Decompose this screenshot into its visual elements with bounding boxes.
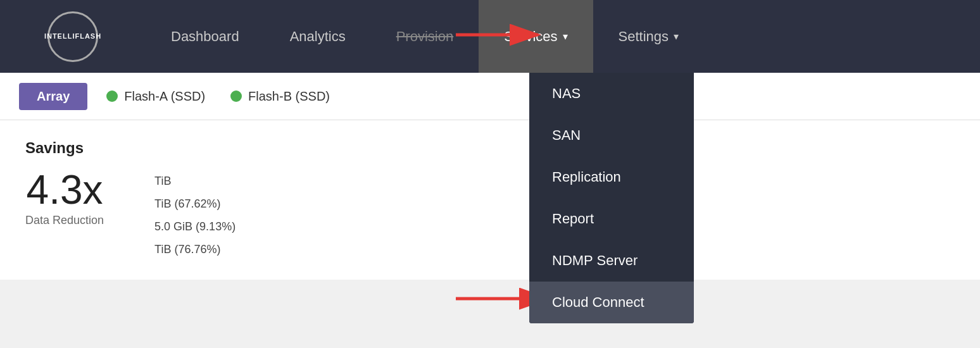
services-dropdown-arrow: ▾ — [563, 30, 568, 42]
nav-provision[interactable]: Provision — [371, 0, 479, 73]
nav-dashboard[interactable]: Dashboard — [146, 0, 265, 73]
stat-4: TiB (76.76%) — [154, 238, 236, 261]
tab-array[interactable]: Array — [19, 83, 87, 110]
main-content: Array Flash-A (SSD) Flash-B (SSD) Saving… — [0, 73, 980, 280]
dropdown-item-ndmp-server[interactable]: NDMP Server — [529, 240, 694, 282]
flash-b-status: Flash-B (SSD) — [230, 89, 330, 104]
dropdown-item-nas[interactable]: NAS — [529, 73, 694, 115]
content-area: Savings 4.3x Data Reduction TiB TiB (67.… — [0, 120, 980, 280]
nav-items: Dashboard Analytics Provision Services ▾… — [146, 0, 704, 73]
stat-2: TiB (67.62%) — [154, 192, 236, 215]
services-dropdown-menu: NAS SAN Replication Report NDMP Server C… — [529, 73, 694, 323]
settings-dropdown-arrow: ▾ — [674, 30, 679, 42]
nav-settings[interactable]: Settings ▾ — [593, 0, 705, 73]
savings-title: Savings — [25, 139, 955, 157]
savings-stats: TiB TiB (67.62%) 5.0 GiB (9.13%) TiB (76… — [154, 170, 236, 261]
flash-a-status: Flash-A (SSD) — [106, 89, 205, 104]
savings-content: 4.3x Data Reduction TiB TiB (67.62%) 5.0… — [25, 170, 955, 261]
flash-b-dot — [230, 90, 242, 102]
flash-a-dot — [106, 90, 118, 102]
data-reduction-value: 4.3x — [25, 170, 104, 210]
stat-3: 5.0 GiB (9.13%) — [154, 215, 236, 238]
navbar: INTELLIFLASH Dashboard Analytics Provisi… — [0, 0, 980, 73]
data-reduction-metric: 4.3x Data Reduction — [25, 170, 104, 227]
nav-services[interactable]: Services ▾ — [479, 0, 593, 73]
logo: INTELLIFLASH — [47, 11, 98, 62]
nav-analytics[interactable]: Analytics — [265, 0, 371, 73]
dropdown-item-san[interactable]: SAN — [529, 115, 694, 156]
tabs-row: Array Flash-A (SSD) Flash-B (SSD) — [0, 73, 980, 120]
dropdown-item-replication[interactable]: Replication — [529, 156, 694, 198]
data-reduction-label: Data Reduction — [25, 214, 104, 227]
dropdown-item-report[interactable]: Report — [529, 198, 694, 240]
dropdown-item-cloud-connect[interactable]: Cloud Connect — [529, 282, 694, 323]
logo-area: INTELLIFLASH — [0, 11, 146, 62]
stat-1: TiB — [154, 170, 236, 192]
